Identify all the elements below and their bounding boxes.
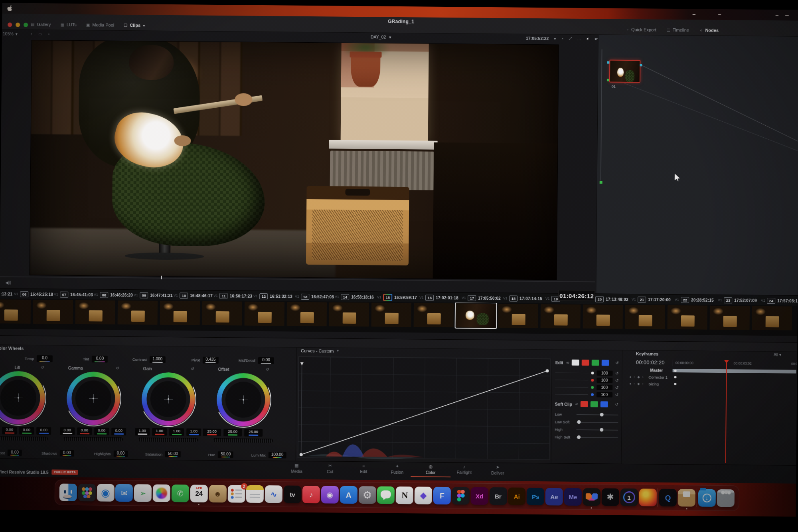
adjustment-control[interactable]: Shadows 0.00 [41, 450, 74, 457]
dock-icon-installer[interactable] [678, 489, 695, 506]
master-wheel[interactable] [63, 437, 123, 441]
dock-icon-compressor[interactable]: ✱ [601, 488, 619, 506]
status-icon-input-gb[interactable] [775, 15, 778, 16]
slider-knob[interactable] [577, 435, 581, 439]
timeline-clip[interactable]: V1 :13:21 [0, 289, 12, 299]
timeline-clip[interactable]: V1 16 17:02:01:18 [419, 292, 458, 303]
value-chip[interactable]: 25.00 [244, 429, 263, 437]
reset-icon[interactable]: ↺ [266, 367, 269, 372]
slider-track[interactable] [576, 437, 618, 438]
timeline-clip[interactable]: V1 09 16:47:41:21 [134, 290, 173, 301]
viewer-zoom-control[interactable]: 105%▾ [3, 31, 18, 36]
node-output-connector[interactable] [640, 64, 642, 66]
clip-thumbnail[interactable]: Blackmagic RAW [668, 305, 708, 330]
link-channels-icon[interactable]: ∞ [575, 402, 578, 406]
timeline-clip[interactable]: V1 10 16:48:46:17 [174, 290, 213, 301]
chevron-down-icon[interactable]: ▾ [554, 36, 556, 41]
dock-icon-figma[interactable] [452, 487, 470, 504]
dock-icon-trash[interactable] [717, 489, 734, 507]
dock-icon-mail[interactable]: ✉ [115, 484, 133, 502]
timeline-panel-button[interactable]: ☰Timeline [664, 27, 692, 34]
dock-icon-safari[interactable]: ◉ [97, 484, 114, 501]
dock-icon-firefox[interactable] [639, 488, 656, 506]
primary-control[interactable]: Contrast 1.000 [132, 356, 166, 363]
channel-button[interactable] [602, 360, 609, 366]
dock-icon-divider2[interactable] [697, 489, 697, 507]
value-chip[interactable]: 1.00 [152, 428, 167, 436]
control-value[interactable]: 1.000 [150, 356, 166, 363]
slider-track[interactable] [576, 421, 618, 423]
control-value[interactable]: 50.00 [165, 451, 181, 457]
timeline-clip[interactable]: V1 24 17:57:08:14 [761, 295, 798, 306]
channel-value[interactable]: 100 [597, 385, 612, 390]
hand-tool-icon[interactable]: ☛ [595, 37, 598, 41]
dock-icon-xd[interactable]: Xd [470, 487, 488, 505]
expand-viewer-icon[interactable]: ⤢ [569, 36, 572, 41]
viewer[interactable] [30, 40, 559, 279]
single-viewer-icon[interactable]: ▪ [31, 32, 32, 36]
master-wheel[interactable] [138, 437, 198, 442]
reset-icon[interactable]: ↺ [116, 366, 119, 371]
page-tab-color[interactable]: ◎ Color [414, 464, 447, 477]
clip-thumbnail[interactable]: Blackmagic RAW [583, 305, 623, 329]
clip-thumbnail[interactable]: Blackmagic RAW [287, 302, 327, 326]
timeline-clip[interactable]: V1 07 16:45:41:03 [54, 289, 93, 300]
slider-track[interactable] [577, 414, 618, 415]
page-tab-deliver[interactable]: ➤ Deliver [481, 465, 514, 478]
track-icons[interactable]: ● ▫ ◆ › [629, 382, 644, 386]
channel-value[interactable]: 100 [597, 370, 612, 376]
control-value[interactable]: 0.00 [258, 357, 274, 364]
close-window-button[interactable] [8, 22, 12, 27]
primary-control[interactable]: Mid/Detail 0.00 [239, 357, 274, 364]
control-value[interactable]: 100.00 [269, 452, 286, 458]
control-value[interactable]: 0.00 [113, 451, 128, 457]
status-icon-battery[interactable] [785, 15, 789, 16]
color-wheel[interactable] [141, 372, 195, 426]
channel-row[interactable]: 100 ↺ [555, 390, 618, 398]
adjustment-control[interactable]: Lum Mix 100.00 [251, 452, 286, 459]
jog-playhead[interactable] [161, 276, 162, 279]
timeline-clip[interactable]: V1 23 17:52:07:09 [718, 295, 757, 306]
value-chip[interactable]: 0.00 [111, 428, 126, 435]
dock-icon-calendar[interactable]: APR 24 [190, 485, 208, 502]
timeline-clip[interactable]: V1 08 16:46:26:20 [94, 289, 133, 300]
dock-icon-launchpad[interactable] [78, 484, 95, 501]
value-chip[interactable]: 0.00 [19, 427, 34, 435]
clip-thumbnail[interactable]: Blackmagic RAW [371, 303, 412, 327]
timeline-clip[interactable]: V1 21 17:17:20:00 [632, 294, 671, 305]
timeline-clip[interactable]: V1 15 16:59:59:17 [377, 292, 417, 303]
node-input-connector[interactable] [607, 61, 609, 64]
reset-icon[interactable]: ↺ [41, 365, 44, 370]
value-chip[interactable]: 0.00 [2, 427, 17, 434]
timeline-clip[interactable]: V1 11 16:50:17:23 [213, 291, 252, 301]
track-icons[interactable]: ● ▫ ◆ › [629, 375, 644, 379]
node-key-connector[interactable] [607, 79, 609, 81]
dock-icon-reminders[interactable]: 2 [227, 485, 245, 502]
channel-value[interactable]: 100 [597, 392, 612, 397]
minimize-window-button[interactable] [16, 23, 20, 27]
channel-button[interactable] [582, 360, 589, 366]
dock-icon-appstore[interactable]: A [340, 486, 357, 504]
dock-icon-resolve[interactable] [583, 488, 600, 506]
reset-icon[interactable]: ↺ [615, 371, 618, 375]
clip-thumbnail[interactable]: Blackmagic RAW [118, 301, 158, 325]
primary-control[interactable]: Tint 0.00 [83, 356, 108, 363]
value-chip[interactable]: 25.00 [203, 429, 221, 436]
timeline-clip[interactable]: V1 06 16:45:25:18 [14, 289, 53, 300]
channel-row[interactable]: 100 ↺ [555, 383, 618, 391]
value-chip[interactable]: 0.00 [60, 427, 75, 435]
quick-export-button[interactable]: ↑Quick Export [624, 26, 660, 33]
value-chip[interactable]: 0.00 [77, 427, 92, 435]
status-icon-calendar-date[interactable] [692, 14, 695, 15]
dock-icon-divider[interactable] [658, 488, 658, 507]
slider-knob[interactable] [600, 428, 603, 431]
dock-icon-messages[interactable] [377, 487, 395, 504]
clip-thumbnail[interactable]: Blackmagic RAW [245, 302, 285, 326]
clip-thumbnail[interactable]: Blackmagic RAW [160, 301, 200, 325]
dock-icon-podcasts[interactable]: ◉ [321, 486, 339, 503]
link-channels-icon[interactable]: ∞ [567, 360, 569, 365]
dock-icon-music[interactable]: ♪ [302, 486, 320, 503]
dock-icon-framer[interactable]: F [433, 487, 451, 504]
curves-title-row[interactable]: Curves - Custom ▾ [301, 348, 339, 354]
dock-icon-settings[interactable]: ⚙ [358, 486, 376, 504]
